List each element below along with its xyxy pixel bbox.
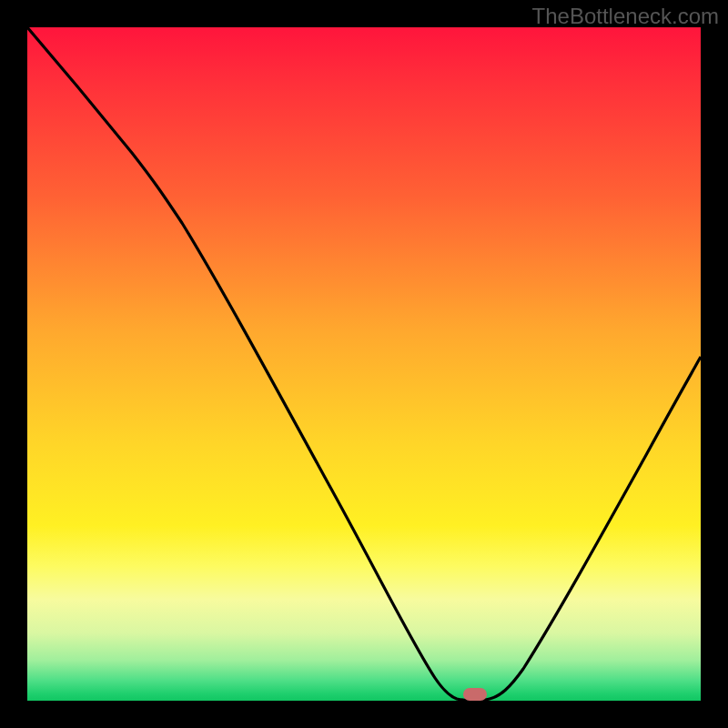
chart-container: TheBottleneck.com [0, 0, 728, 728]
plot-region [27, 27, 701, 701]
optimal-point-marker [463, 688, 487, 701]
bottleneck-curve [27, 27, 701, 701]
watermark-text: TheBottleneck.com [532, 4, 719, 29]
curve-path [27, 27, 701, 701]
